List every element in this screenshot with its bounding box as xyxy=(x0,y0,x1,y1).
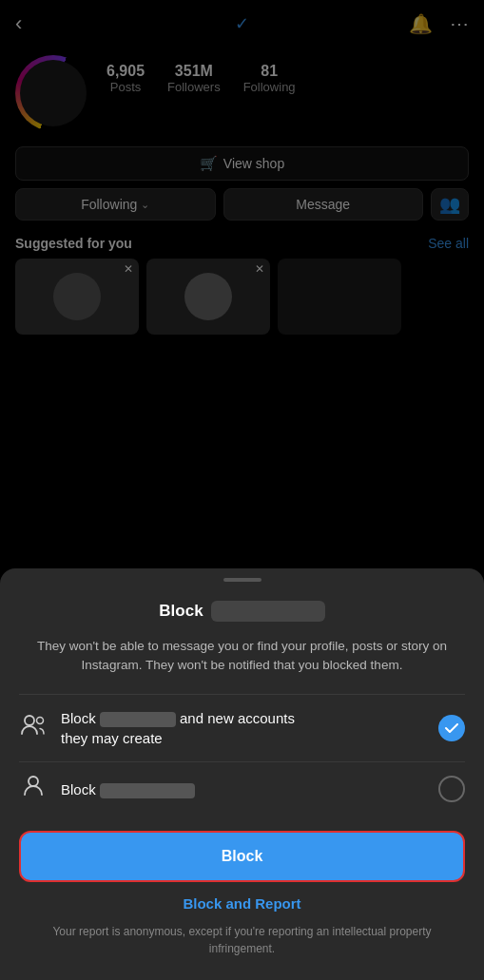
block-option-single[interactable]: Block xyxy=(19,761,465,816)
group-icon xyxy=(19,715,48,741)
block-title-text: Block xyxy=(159,602,203,621)
block-description: They won't be able to message you or fin… xyxy=(19,637,465,676)
person-icon xyxy=(19,776,48,802)
block-label-1: Block xyxy=(61,710,100,726)
block-option-accounts[interactable]: Block and new accountsthey may create xyxy=(19,694,465,761)
block-label-2: Block xyxy=(61,781,100,797)
username-pill-title xyxy=(211,601,325,622)
sheet-handle xyxy=(223,578,261,582)
anonymous-note: Your report is anonymous, except if you'… xyxy=(19,923,465,957)
block-confirm-button[interactable]: Block xyxy=(19,831,465,882)
sheet-title: Block xyxy=(19,601,465,622)
username-blurred-1 xyxy=(100,712,176,727)
block-report-link[interactable]: Block and Report xyxy=(19,895,465,912)
block-confirm-label: Block xyxy=(222,848,263,864)
toggle-accounts-on[interactable] xyxy=(438,715,465,741)
option-1-text: Block and new accountsthey may create xyxy=(61,708,295,748)
svg-point-1 xyxy=(37,718,44,724)
block-bottom-sheet: Block They won't be able to message you … xyxy=(0,568,484,981)
option-2-text: Block xyxy=(61,779,195,799)
username-blurred-2 xyxy=(100,783,195,798)
svg-point-0 xyxy=(25,716,34,725)
svg-point-2 xyxy=(29,777,38,786)
toggle-single-off[interactable] xyxy=(438,776,465,802)
option-left-2: Block xyxy=(19,776,195,802)
option-left-1: Block and new accountsthey may create xyxy=(19,708,295,748)
